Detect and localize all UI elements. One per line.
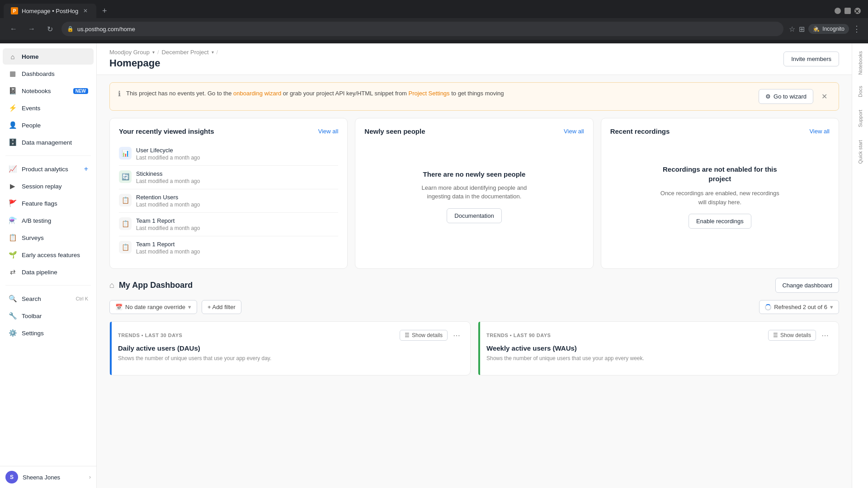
insight-time: Last modified a month ago <box>136 178 200 184</box>
dashboard-house-icon: ⌂ <box>109 281 114 290</box>
people-card-header: Newly seen people View all <box>364 127 584 135</box>
dashboard-title: My App Dashboard <box>119 281 193 290</box>
banner-text-end: to get things moving <box>450 90 504 97</box>
main-content: Moodjoy Group ▾ / December Project ▾ / H… <box>97 43 852 488</box>
dashboard-title-row: ⌂ My App Dashboard <box>109 281 193 290</box>
minimize-button[interactable] <box>835 8 841 14</box>
sidebar-item-session-replay[interactable]: ▶ Session replay <box>3 178 94 194</box>
list-item: 📋 Retention Users Last modified a month … <box>119 189 338 213</box>
incognito-badge: 🕵️ Incognito <box>808 24 849 34</box>
back-button[interactable]: ← <box>7 23 20 35</box>
breadcrumb: Moodjoy Group ▾ / December Project ▾ / <box>109 49 218 56</box>
dau-card-header: TRENDS • LAST 30 DAYS ☰ Show details ⋯ <box>118 330 462 341</box>
sidebar-item-toolbar[interactable]: 🔧 Toolbar <box>3 308 94 324</box>
right-panel-docs[interactable]: Docs <box>854 80 867 103</box>
enable-recordings-button[interactable]: Enable recordings <box>689 214 751 229</box>
more-options-dau-button[interactable]: ⋯ <box>451 330 462 341</box>
right-panel-notebooks[interactable]: Notebooks <box>854 47 867 79</box>
sidebar-item-dashboards[interactable]: ▦ Dashboards <box>3 66 94 82</box>
refresh-status[interactable]: Refreshed 2 out of 6 ▾ <box>759 300 839 314</box>
recordings-view-all-link[interactable]: View all <box>809 128 830 135</box>
add-filter-button[interactable]: + Add filter <box>202 300 241 314</box>
session-replay-icon: ▶ <box>8 182 17 191</box>
notebooks-icon: 📓 <box>8 86 17 95</box>
new-tab-button[interactable]: + <box>98 5 111 17</box>
sidebar-data-management-label: Data management <box>22 139 72 146</box>
sidebar-toggle-icon[interactable]: ⊞ <box>799 25 805 33</box>
sidebar-settings-label: Settings <box>22 330 44 337</box>
sidebar-item-surveys[interactable]: 📋 Surveys <box>3 230 94 246</box>
toolbar-icon: 🔧 <box>8 311 17 320</box>
sidebar-search-label: Search <box>22 296 41 302</box>
search-shortcut: Ctrl K <box>76 296 89 301</box>
refresh-button[interactable]: ↻ <box>43 23 56 35</box>
tab-close-button[interactable]: ✕ <box>82 7 89 14</box>
add-analytics-icon[interactable]: + <box>84 165 88 173</box>
insights-list: 📊 User Lifecycle Last modified a month a… <box>119 142 338 259</box>
right-panel-support[interactable]: Support <box>854 105 867 132</box>
sidebar: ⌂ Home ▦ Dashboards 📓 Notebooks NEW ⚡ Ev… <box>0 43 97 488</box>
sidebar-item-home[interactable]: ⌂ Home <box>3 48 94 65</box>
sidebar-item-product-analytics[interactable]: 📈 Product analytics + <box>3 161 94 177</box>
sidebar-user-profile[interactable]: S Sheena Jones › <box>0 466 96 488</box>
wau-card-actions: ☰ Show details ⋯ <box>768 330 830 341</box>
change-dashboard-button[interactable]: Change dashboard <box>775 278 839 293</box>
insight-name: Retention Users <box>136 194 200 201</box>
banner-text-mid: or grab your project API key/HTML snippe… <box>281 90 408 97</box>
breadcrumb-separator-2: / <box>217 49 218 56</box>
insight-name: Stickiness <box>136 170 200 177</box>
sidebar-item-people[interactable]: 👤 People <box>3 117 94 133</box>
metric-cards: TRENDS • LAST 30 DAYS ☰ Show details ⋯ D… <box>109 321 839 375</box>
sidebar-toolbar-label: Toolbar <box>22 313 42 319</box>
show-details-dau-button[interactable]: ☰ Show details <box>400 330 448 341</box>
documentation-button[interactable]: Documentation <box>447 208 501 223</box>
active-tab[interactable]: P Homepage • PostHog ✕ <box>4 4 96 18</box>
sidebar-item-data-management[interactable]: 🗄️ Data management <box>3 134 94 150</box>
people-empty-title: There are no newly seen people <box>423 170 526 178</box>
sidebar-item-search[interactable]: 🔍 Search Ctrl K <box>3 291 94 307</box>
breadcrumb-org[interactable]: Moodjoy Group <box>109 49 150 56</box>
insight-time: Last modified a month ago <box>136 202 200 208</box>
dau-card-border <box>110 322 112 375</box>
onboarding-wizard-link[interactable]: onboarding wizard <box>233 90 281 97</box>
menu-icon[interactable]: ⋮ <box>853 24 861 34</box>
project-settings-link[interactable]: Project Settings <box>409 90 450 97</box>
date-range-label: No date range override <box>125 304 185 310</box>
sidebar-data-pipeline-label: Data pipeline <box>22 269 57 276</box>
sidebar-item-notebooks[interactable]: 📓 Notebooks NEW <box>3 83 94 99</box>
sidebar-item-settings[interactable]: ⚙️ Settings <box>3 325 94 341</box>
page-header: Moodjoy Group ▾ / December Project ▾ / H… <box>97 43 852 75</box>
close-window-button[interactable]: ✕ <box>854 8 861 14</box>
people-view-all-link[interactable]: View all <box>564 128 584 135</box>
address-bar[interactable]: 🔒 us.posthog.com/home <box>61 22 783 36</box>
date-range-filter[interactable]: 📅 No date range override ▾ <box>109 300 197 314</box>
wau-card-header: TRENDS • LAST 90 DAYS ☰ Show details ⋯ <box>486 330 830 341</box>
breadcrumb-project[interactable]: December Project <box>162 49 209 56</box>
sidebar-item-ab-testing[interactable]: ⚗️ A/B testing <box>3 212 94 229</box>
insight-name: Team 1 Report <box>136 217 200 224</box>
early-access-icon: 🌱 <box>8 250 17 259</box>
sidebar-item-events[interactable]: ⚡ Events <box>3 100 94 116</box>
insights-card-header: Your recently viewed insights View all <box>119 127 338 135</box>
sidebar-item-data-pipeline[interactable]: ⇄ Data pipeline <box>3 264 94 280</box>
list-item: 📋 Team 1 Report Last modified a month ag… <box>119 236 338 259</box>
banner-close-button[interactable]: ✕ <box>818 90 830 103</box>
spinner-icon <box>765 304 771 310</box>
sidebar-item-early-access[interactable]: 🌱 Early access features <box>3 247 94 263</box>
sidebar-item-feature-flags[interactable]: 🚩 Feature flags <box>3 195 94 211</box>
dau-label: TRENDS • LAST 30 DAYS <box>118 333 182 338</box>
go-to-wizard-button[interactable]: ⚙ Go to wizard <box>759 89 813 104</box>
nav-bar: ← → ↻ 🔒 us.posthog.com/home ☆ ⊞ 🕵️ Incog… <box>0 18 868 40</box>
more-options-wau-button[interactable]: ⋯ <box>820 330 830 341</box>
maximize-button[interactable] <box>844 8 851 14</box>
bookmark-icon[interactable]: ☆ <box>789 25 795 33</box>
show-details-wau-button[interactable]: ☰ Show details <box>768 330 816 341</box>
user-initials: S <box>10 474 14 480</box>
forward-button[interactable]: → <box>25 23 38 35</box>
invite-members-button[interactable]: Invite members <box>783 52 839 66</box>
sidebar-home-label: Home <box>22 53 39 60</box>
info-icon: ℹ <box>118 89 121 98</box>
insights-view-all-link[interactable]: View all <box>318 128 339 135</box>
incognito-icon: 🕵️ <box>813 26 820 32</box>
right-panel-quick-start[interactable]: Quick start <box>854 134 867 170</box>
